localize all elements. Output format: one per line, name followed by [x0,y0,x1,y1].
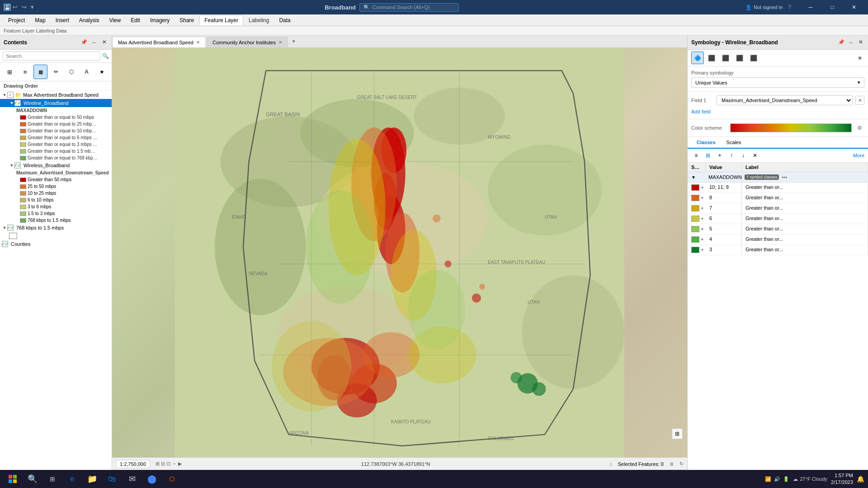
layer-checkbox[interactable] [7,92,14,98]
contents-search-input[interactable] [3,52,100,61]
nav-tools[interactable]: ⊞ ⊟ ⊡ ↔ ▶ [156,461,182,467]
group-expand-icon[interactable]: ▼ [691,175,696,180]
minimize-button[interactable]: ─ [800,0,821,14]
layer-checkbox[interactable]: ✓ [7,225,14,231]
class-row-5[interactable]: ▾ 4 Greater than or... [688,235,868,245]
save-icon[interactable]: 💾 [4,4,11,11]
start-button[interactable] [4,470,22,488]
class-row-4[interactable]: ▾ 5 Greater than or... [688,224,868,235]
symbol-cell[interactable]: ▾ [688,193,706,203]
map-tab-broadband[interactable]: Max Advertised Broadband Speed ✕ [112,37,206,47]
search-icon[interactable]: 🔍 [102,53,109,59]
map-tab-close[interactable]: ✕ [196,40,200,45]
tab-analysis[interactable]: Analysis [75,15,104,25]
class-row-3[interactable]: ▾ 6 Greater than or... [688,214,868,224]
close-button[interactable]: ✕ [844,0,864,14]
move-down-button[interactable]: ↓ [738,150,748,160]
tab-project[interactable]: Project [4,15,29,25]
tab-classes[interactable]: Classes [691,137,721,149]
label-cell[interactable]: Greater than or... [742,214,868,224]
symb-pin-button[interactable]: 📌 [837,38,845,47]
label-cell[interactable]: Greater than or... [742,183,868,192]
layer-item-topographic[interactable]: ✓ Counties [0,240,112,248]
tab-insert[interactable]: Insert [51,15,74,25]
dropdown-arrow[interactable]: ▾ [701,196,703,200]
layer-item-wireless[interactable]: ▼ ✓ Wireless_Broadband [0,161,112,169]
dropdown-arrow[interactable]: ▾ [701,185,703,190]
label-cell[interactable]: Greater than or... [742,224,868,234]
tab-feature-layer[interactable]: Feature Layer [199,15,243,25]
customize-icon[interactable]: ▾ [31,4,38,11]
color-scheme-preview[interactable] [730,123,852,132]
task-view-button[interactable]: ⊞ [43,470,61,488]
pause-button[interactable]: ⏸ [669,461,674,467]
file-explorer-icon[interactable]: 📁 [83,470,101,488]
clock-display[interactable]: 1:57 PM 2/17/2023 [831,472,853,486]
symbol-cell[interactable]: ▾ [688,235,706,244]
move-up-button[interactable]: ↑ [726,150,736,160]
layer-checkbox[interactable]: ✓ [14,162,21,169]
dropdown-arrow[interactable]: ▾ [701,216,703,221]
layer-item-max-broadband[interactable]: ▼ 📁 Max Advertised Broadband Speed [0,91,112,99]
map-tab-close[interactable]: ✕ [278,40,282,45]
label-cell[interactable]: Greater than or... [742,245,868,255]
expand-icon[interactable]: ⌂ [609,461,613,467]
panel-minimize-button[interactable]: ─ [90,38,98,47]
volume-icon[interactable]: 🔊 [774,476,780,482]
field1-clear-button[interactable]: ✕ [855,96,864,105]
symb-close-button[interactable]: ✕ [856,38,864,47]
layer-item-wireline[interactable]: ▼ ✓ Wireline_Broadband [0,99,112,107]
search-taskbar-button[interactable]: 🔍 [24,470,42,488]
more-button[interactable]: More [853,153,864,158]
panel-close-button[interactable]: ✕ [100,38,108,47]
network-icon[interactable]: 📶 [765,476,771,482]
map-canvas[interactable]: GREAT BASIN GREAT SALT LAKE DESERT WYOMI… [112,48,687,457]
layer-checkbox[interactable]: ✓ [14,100,21,106]
command-search-box[interactable]: 🔍 Command Search (Alt+Q) [359,3,459,12]
map-tab-community[interactable]: Community Anchor Institutes ✕ [207,37,288,47]
symb-minimize-button[interactable]: ─ [847,38,855,47]
symb-unique-values[interactable]: ⬛ [705,52,718,64]
maxaddown-group-row[interactable]: ▼ MAXADDOWN 7 symbol classes ••• [688,172,868,183]
redo-icon[interactable]: ↪ [22,4,29,11]
layer-checkbox[interactable]: ✓ [2,241,8,247]
filter-button[interactable]: ▦ [33,65,47,79]
class-row-0[interactable]: ▾ 10; 11; 9 Greater than or... [688,183,868,193]
symb-import[interactable]: ⬛ [747,52,760,64]
symbols-button[interactable]: ★ [95,65,109,79]
store-icon[interactable]: 🛍 [103,470,121,488]
label-button[interactable]: A [80,65,94,79]
battery-icon[interactable]: 🔋 [783,476,789,482]
add-class-button[interactable]: ⊞ [703,150,713,160]
symbol-cell[interactable]: ▾ [688,203,706,213]
sign-in-status[interactable]: 👤 Not signed in [745,5,783,10]
tab-data[interactable]: Data [274,15,295,25]
remove-button[interactable]: ✕ [750,150,760,160]
chrome-icon[interactable]: ⬤ [143,470,161,488]
symbol-cell[interactable]: ▾ [688,183,706,192]
symbol-cell[interactable]: ▾ [688,245,706,255]
map-tab-expand[interactable]: ▾ [289,38,299,44]
symb-more-options[interactable]: ≡ [855,52,864,64]
label-cell[interactable]: Greater than or... [742,193,868,203]
symbol-cell[interactable]: ▾ [688,214,706,224]
undo-icon[interactable]: ↩ [13,4,20,11]
tab-edit[interactable]: Edit [126,15,145,25]
view-options-button[interactable]: ≡ [18,65,32,79]
mail-icon[interactable]: ✉ [123,470,141,488]
dropdown-arrow[interactable]: ▾ [701,248,703,252]
notifications-icon[interactable]: 🔔 [857,475,864,483]
class-row-1[interactable]: ▾ 8 Greater than or... [688,193,868,203]
color-scheme-settings-button[interactable]: ⚙ [854,123,864,133]
symb-graduated[interactable]: ⬛ [719,52,732,64]
tab-share[interactable]: Share [175,15,198,25]
layer-item-counties[interactable]: ▼ ✓ 768 kbps to 1.5 mbps [0,224,112,232]
dropdown-arrow[interactable]: ▾ [701,206,703,211]
add-field-button[interactable]: Add field [691,108,711,115]
expand-icon[interactable]: ▼ [2,93,7,97]
help-icon[interactable]: ? [788,4,791,10]
scale-display[interactable]: 1:2,750,000 [116,460,150,468]
label-cell[interactable]: Greater than or... [742,235,868,244]
tab-imagery[interactable]: Imagery [146,15,174,25]
tab-scales[interactable]: Scales [721,137,747,149]
